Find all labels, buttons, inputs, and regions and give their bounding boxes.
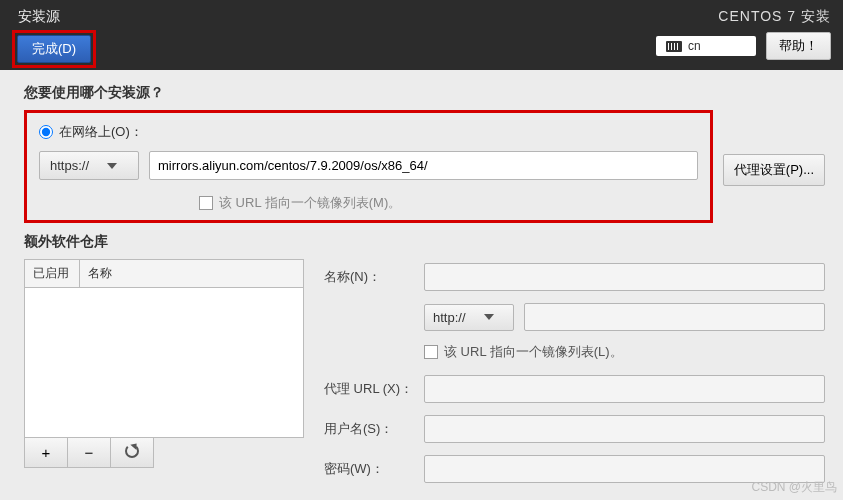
repo-protocol-dropdown[interactable]: http:// <box>424 304 514 331</box>
keyboard-layout-label: cn <box>688 39 701 53</box>
repo-list-header: 已启用 名称 <box>24 259 304 288</box>
proxy-url-input[interactable] <box>424 375 825 403</box>
network-radio[interactable] <box>39 125 53 139</box>
network-radio-row[interactable]: 在网络上(O)： <box>39 123 698 141</box>
proxy-url-label: 代理 URL (X)： <box>324 380 414 398</box>
done-button[interactable]: 完成(D) <box>17 35 91 63</box>
user-label: 用户名(S)： <box>324 420 414 438</box>
col-enabled: 已启用 <box>25 260 80 287</box>
name-label: 名称(N)： <box>324 268 414 286</box>
reload-icon <box>125 444 139 458</box>
url-input[interactable] <box>149 151 698 180</box>
mirrorlist-checkbox-row[interactable]: 该 URL 指向一个镜像列表(M)。 <box>199 194 401 212</box>
source-question: 您要使用哪个安装源？ <box>24 84 825 102</box>
repo-mirrorlist-label: 该 URL 指向一个镜像列表(L)。 <box>444 343 623 361</box>
repo-list-buttons: + − <box>24 438 154 468</box>
watermark: CSDN @火里鸟 <box>751 479 837 496</box>
mirrorlist-label: 该 URL 指向一个镜像列表(M)。 <box>219 194 401 212</box>
network-source-highlight: 在网络上(O)： https:// 该 URL 指向一个镜像列表(M)。 <box>24 110 713 223</box>
name-input[interactable] <box>424 263 825 291</box>
chevron-down-icon <box>484 314 494 320</box>
network-radio-label: 在网络上(O)： <box>59 123 143 141</box>
proxy-settings-button[interactable]: 代理设置(P)... <box>723 154 825 186</box>
repo-mirrorlist-row[interactable]: 该 URL 指向一个镜像列表(L)。 <box>424 343 825 361</box>
col-name: 名称 <box>80 260 303 287</box>
reload-repo-button[interactable] <box>111 438 153 467</box>
add-repo-button[interactable]: + <box>25 438 68 467</box>
content-area: 您要使用哪个安装源？ 在网络上(O)： https:// 该 URL 指向一个镜… <box>0 70 843 495</box>
user-input[interactable] <box>424 415 825 443</box>
mirrorlist-checkbox[interactable] <box>199 196 213 210</box>
remove-repo-button[interactable]: − <box>68 438 111 467</box>
protocol-value: https:// <box>50 158 89 173</box>
protocol-dropdown[interactable]: https:// <box>39 151 139 180</box>
keyboard-icon <box>666 41 682 52</box>
extra-repos-title: 额外软件仓库 <box>24 233 825 251</box>
repo-list-panel: 已启用 名称 + − <box>24 259 304 495</box>
repo-list-body[interactable] <box>24 288 304 438</box>
installer-title: CENTOS 7 安装 <box>718 8 831 26</box>
help-button[interactable]: 帮助！ <box>766 32 831 60</box>
repo-url-input[interactable] <box>524 303 825 331</box>
header-bar: 安装源 完成(D) CENTOS 7 安装 cn 帮助！ <box>0 0 843 70</box>
repo-form: 名称(N)： http:// 该 URL 指向一个镜像列表(L)。 代理 URL… <box>324 259 825 495</box>
keyboard-layout-indicator[interactable]: cn <box>656 36 756 56</box>
repo-mirrorlist-checkbox[interactable] <box>424 345 438 359</box>
done-button-highlight: 完成(D) <box>12 30 96 68</box>
repo-protocol-value: http:// <box>433 310 466 325</box>
pass-label: 密码(W)： <box>324 460 414 478</box>
page-title: 安装源 <box>12 8 96 26</box>
chevron-down-icon <box>107 163 117 169</box>
